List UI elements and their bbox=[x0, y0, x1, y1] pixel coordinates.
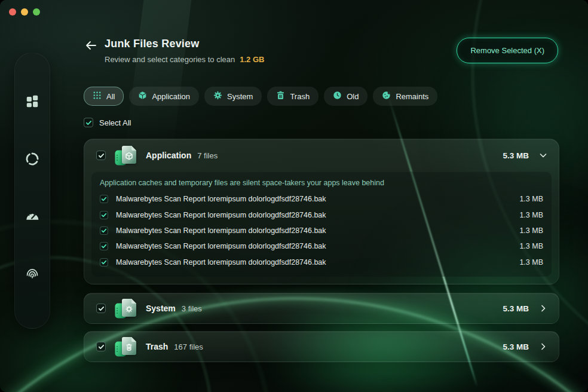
application-files-panel: Application caches and temporary files a… bbox=[91, 172, 552, 277]
file-name: Malwarebytes Scan Report loremipsum dolo… bbox=[116, 258, 326, 267]
file-row[interactable]: Malwarebytes Scan Report loremipsum dolo… bbox=[91, 238, 552, 254]
zoom-window-button[interactable] bbox=[33, 8, 40, 16]
check-icon bbox=[101, 212, 107, 218]
filter-chip-application[interactable]: Application bbox=[129, 87, 199, 106]
category-files-count: 3 files bbox=[182, 304, 202, 313]
trash-icon bbox=[276, 91, 285, 102]
file-row[interactable]: Malwarebytes Scan Report loremipsum dolo… bbox=[91, 223, 552, 238]
check-icon bbox=[98, 344, 105, 350]
filter-chip-system[interactable]: System bbox=[204, 87, 262, 106]
file-size: 1.3 MB bbox=[519, 226, 543, 235]
category-files-count: 167 files bbox=[174, 342, 203, 351]
check-icon bbox=[101, 196, 107, 202]
file-checkbox[interactable] bbox=[100, 195, 108, 203]
sidebar-item-privacy[interactable] bbox=[22, 265, 42, 286]
check-icon bbox=[85, 120, 92, 126]
file-size: 1.3 MB bbox=[519, 211, 543, 219]
file-size: 1.3 MB bbox=[519, 195, 543, 203]
page-subtitle: Review and select categories to clean 1.… bbox=[105, 55, 264, 64]
filter-chips: All Application bbox=[84, 87, 437, 106]
fingerprint-icon bbox=[24, 267, 40, 284]
file-size: 1.3 MB bbox=[519, 258, 543, 267]
subtitle-text: Review and select categories to clean bbox=[105, 55, 235, 64]
app-window: Junk Files Review Review and select cate… bbox=[0, 0, 588, 392]
total-size-value: 1.2 GB bbox=[240, 55, 264, 64]
category-card-application: Application 7 files 5.3 MB Application c… bbox=[84, 139, 559, 284]
category-card-trash: Trash 167 files 5.3 MB bbox=[84, 331, 559, 362]
check-icon bbox=[101, 243, 107, 249]
category-name: Trash bbox=[146, 342, 168, 351]
gauge-icon bbox=[24, 209, 40, 226]
category-name: Application bbox=[146, 151, 191, 160]
file-row[interactable]: Malwarebytes Scan Report loremipsum dolo… bbox=[91, 255, 552, 270]
window-controls bbox=[9, 8, 40, 16]
clock-icon bbox=[333, 91, 342, 102]
application-doc-icon bbox=[115, 145, 137, 166]
category-checkbox-trash[interactable] bbox=[96, 342, 106, 351]
file-name: Malwarebytes Scan Report loremipsum dolo… bbox=[116, 226, 326, 235]
file-name: Malwarebytes Scan Report loremipsum dolo… bbox=[116, 211, 326, 219]
check-icon bbox=[98, 305, 105, 312]
close-window-button[interactable] bbox=[9, 8, 16, 16]
file-row[interactable]: Malwarebytes Scan Report loremipsum dolo… bbox=[91, 207, 552, 222]
sidebar bbox=[14, 53, 50, 329]
category-description: Application caches and temporary files a… bbox=[91, 172, 552, 191]
filter-chip-label: Remaints bbox=[396, 92, 428, 101]
sidebar-item-dashboard[interactable] bbox=[22, 92, 42, 112]
file-checkbox[interactable] bbox=[100, 242, 108, 250]
sidebar-item-performance[interactable] bbox=[22, 207, 42, 228]
remove-selected-button[interactable]: Remove Selected (X) bbox=[457, 38, 558, 63]
category-header-system[interactable]: System 3 files 5.3 MB bbox=[84, 293, 559, 323]
check-icon bbox=[98, 152, 105, 159]
filter-chip-label: All bbox=[106, 92, 115, 101]
chevron-right-icon bbox=[538, 342, 548, 352]
category-name: System bbox=[146, 304, 176, 313]
dashboard-icon bbox=[24, 93, 40, 111]
back-arrow-icon bbox=[85, 41, 97, 50]
select-all-label: Select All bbox=[99, 118, 131, 127]
check-icon bbox=[101, 228, 107, 234]
filter-chip-all[interactable]: All bbox=[84, 87, 124, 106]
cube-icon bbox=[138, 91, 147, 102]
swirl-icon bbox=[24, 151, 40, 169]
filter-chip-label: Application bbox=[152, 92, 190, 101]
chevron-right-icon bbox=[538, 304, 548, 314]
chevron-down-icon bbox=[538, 151, 548, 161]
system-doc-icon bbox=[115, 298, 137, 318]
cookie-icon bbox=[382, 91, 391, 102]
sidebar-item-cleaner[interactable] bbox=[22, 150, 42, 170]
file-name: Malwarebytes Scan Report loremipsum dolo… bbox=[116, 195, 326, 203]
category-header-application[interactable]: Application 7 files 5.3 MB bbox=[84, 139, 559, 172]
file-checkbox[interactable] bbox=[100, 211, 108, 219]
file-checkbox[interactable] bbox=[100, 258, 108, 267]
gear-icon bbox=[213, 91, 222, 102]
file-checkbox[interactable] bbox=[100, 226, 108, 235]
category-checkbox-system[interactable] bbox=[96, 304, 106, 313]
grid-dots-icon bbox=[93, 91, 102, 102]
filter-chip-label: Trash bbox=[290, 92, 310, 101]
select-all-row: Select All bbox=[84, 118, 131, 127]
category-files-count: 7 files bbox=[197, 151, 218, 160]
category-checkbox-application[interactable] bbox=[96, 151, 106, 160]
file-name: Malwarebytes Scan Report loremipsum dolo… bbox=[116, 242, 326, 250]
category-size: 5.3 MB bbox=[503, 304, 529, 313]
category-size: 5.3 MB bbox=[503, 342, 529, 351]
filter-chip-label: System bbox=[227, 92, 253, 101]
filter-chip-old[interactable]: Old bbox=[324, 87, 368, 106]
category-card-system: System 3 files 5.3 MB bbox=[84, 293, 559, 324]
filter-chip-trash[interactable]: Trash bbox=[267, 87, 318, 106]
filter-chip-label: Old bbox=[347, 92, 359, 101]
page-title: Junk Files Review bbox=[105, 38, 199, 50]
category-size: 5.3 MB bbox=[503, 151, 529, 160]
check-icon bbox=[101, 259, 107, 265]
filter-chip-remaints[interactable]: Remaints bbox=[373, 87, 437, 106]
remove-selected-label: Remove Selected (X) bbox=[470, 46, 544, 55]
trash-doc-icon bbox=[115, 336, 137, 357]
file-row[interactable]: Malwarebytes Scan Report loremipsum dolo… bbox=[91, 191, 552, 207]
back-button[interactable] bbox=[84, 38, 98, 53]
select-all-checkbox[interactable] bbox=[84, 118, 93, 127]
file-size: 1.3 MB bbox=[519, 242, 543, 250]
minimize-window-button[interactable] bbox=[21, 8, 28, 16]
category-header-trash[interactable]: Trash 167 files 5.3 MB bbox=[84, 332, 559, 362]
